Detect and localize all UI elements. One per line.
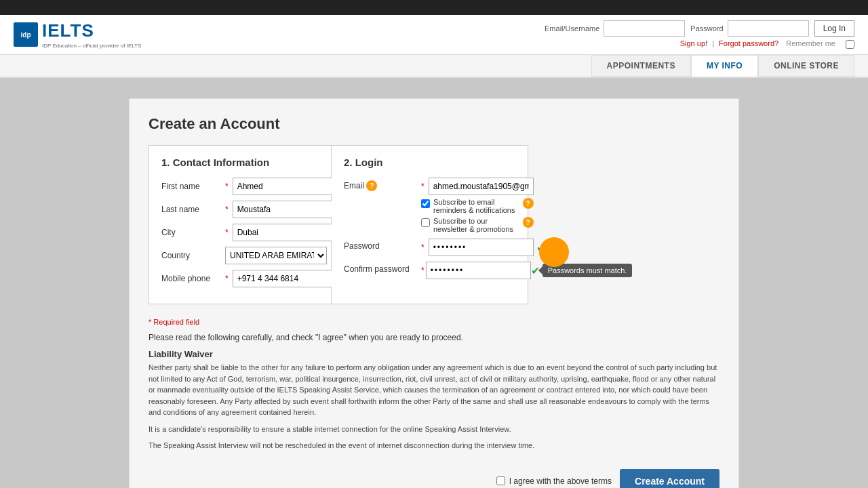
- confirm-password-label: Confirm password: [344, 262, 418, 274]
- login-section-title: 2. Login: [344, 157, 515, 168]
- email-info-icon: ?: [366, 180, 377, 191]
- terms-body-2: It is a candidate's responsibility to en…: [149, 424, 719, 435]
- last-name-input[interactable]: [233, 201, 334, 218]
- subscribe-newsletter-label: Subscribe to our newsletter & promotions: [433, 217, 518, 233]
- country-row: Country UNITED ARAB EMIRATES: [161, 247, 319, 264]
- city-input[interactable]: [233, 224, 334, 241]
- nav-online-store[interactable]: ONLINE STORE: [758, 55, 854, 77]
- agree-label: I agree with the above terms: [496, 476, 612, 486]
- subscribe-email-label: Subscribe to email reminders & notificat…: [433, 198, 518, 214]
- login-button[interactable]: Log In: [814, 20, 854, 37]
- agree-checkbox[interactable]: [496, 476, 505, 485]
- loader-icon: [539, 237, 569, 267]
- first-name-required: *: [225, 182, 229, 191]
- last-name-required: *: [225, 205, 229, 214]
- nav-appointments[interactable]: APPOINTMENTS: [591, 55, 691, 77]
- city-required: *: [225, 228, 229, 237]
- required-field-note: * Required field: [149, 318, 719, 326]
- password-row: Password * ✔: [344, 239, 515, 256]
- remember-me-checkbox[interactable]: [846, 40, 854, 49]
- last-name-row: Last name *: [161, 201, 319, 218]
- header-password-label: Password: [690, 24, 723, 33]
- logo-subtitle: IDP Education – official provider of IEL…: [42, 43, 141, 49]
- confirm-required-star: *: [421, 266, 425, 275]
- mobile-label: Mobile phone: [161, 274, 222, 283]
- subscribe-newsletter-checkbox[interactable]: [421, 218, 430, 227]
- first-name-row: First name *: [161, 178, 319, 195]
- subscribe-email-checkbox[interactable]: [421, 199, 430, 208]
- login-row: Email/Username Password Log In: [545, 20, 854, 37]
- city-label: City: [161, 228, 222, 237]
- loader-area: [528, 145, 569, 304]
- forgot-password-link[interactable]: Forgot password?: [719, 39, 778, 47]
- main-container: Create an Account 1. Contact Information…: [129, 98, 739, 488]
- header-email-input[interactable]: [604, 20, 685, 37]
- header-login-area: Email/Username Password Log In Sign up! …: [545, 20, 854, 49]
- email-field-group: Email/Username: [545, 20, 685, 37]
- password-field-group: Password: [690, 20, 808, 37]
- contact-section-title: 1. Contact Information: [161, 157, 319, 168]
- mobile-row: Mobile phone *: [161, 270, 319, 287]
- confirm-password-input[interactable]: [426, 262, 531, 279]
- contact-section: 1. Contact Information First name * Last…: [149, 145, 332, 304]
- ielts-logo: IELTS: [42, 20, 141, 41]
- password-input[interactable]: [429, 239, 534, 256]
- email-input-row: *: [421, 178, 534, 195]
- header: idp IELTS IDP Education – official provi…: [0, 15, 868, 55]
- terms-body-1: Neither party shall be liable to the oth…: [149, 362, 719, 418]
- agree-label-text: I agree with the above terms: [509, 476, 612, 486]
- password-required-star: *: [421, 243, 425, 252]
- confirm-password-row: Confirm password * ✔ Passwords must matc…: [344, 262, 515, 279]
- country-label: Country: [161, 251, 222, 260]
- create-account-button[interactable]: Create Account: [620, 469, 719, 489]
- terms-body-3: The Speaking Assist Interview will not b…: [149, 440, 719, 451]
- password-input-row: * ✔: [421, 239, 545, 256]
- first-name-input[interactable]: [233, 178, 334, 195]
- idp-logo: idp: [14, 22, 38, 47]
- email-required-star: *: [421, 182, 425, 191]
- city-row: City *: [161, 224, 319, 241]
- login-email-input[interactable]: [429, 178, 534, 195]
- subscribe-email-row: Subscribe to email reminders & notificat…: [421, 198, 534, 214]
- subscribe-newsletter-row: Subscribe to our newsletter & promotions…: [421, 217, 534, 233]
- page-background: Create an Account 1. Contact Information…: [0, 78, 868, 488]
- terms-intro: Please read the following carefully, and…: [149, 333, 719, 342]
- country-select[interactable]: UNITED ARAB EMIRATES: [225, 247, 327, 264]
- first-name-label: First name: [161, 182, 222, 191]
- password-label: Password: [344, 239, 418, 251]
- confirm-password-wrapper: * ✔ Passwords must match.: [421, 262, 632, 279]
- logo-area: idp IELTS IDP Education – official provi…: [14, 20, 141, 49]
- page-title: Create an Account: [149, 115, 719, 133]
- header-password-input[interactable]: [728, 20, 809, 37]
- bottom-action-row: I agree with the above terms Create Acco…: [149, 462, 719, 489]
- last-name-label: Last name: [161, 205, 222, 214]
- login-section: 2. Login Email ? * Subscrib: [332, 145, 528, 304]
- top-bar: [0, 0, 868, 15]
- nav-my-info[interactable]: MY INFO: [691, 55, 758, 77]
- mobile-input[interactable]: [233, 270, 334, 287]
- email-username-label: Email/Username: [545, 24, 599, 33]
- login-email-right: * Subscribe to email reminders & notific…: [421, 178, 534, 233]
- divider1: |: [712, 39, 716, 47]
- mobile-required: *: [225, 274, 229, 283]
- login-email-row: Email ? * Subscribe to email reminders &…: [344, 178, 515, 233]
- form-sections: 1. Contact Information First name * Last…: [149, 145, 719, 304]
- login-email-label: Email ?: [344, 178, 418, 191]
- remember-me-text: Remember me: [783, 39, 838, 47]
- nav-bar: APPOINTMENTS MY INFO ONLINE STORE: [0, 55, 868, 78]
- terms-heading: Liability Waiver: [149, 349, 719, 359]
- login-links: Sign up! | Forgot password? Remember me: [680, 39, 854, 49]
- signup-link[interactable]: Sign up!: [680, 39, 707, 47]
